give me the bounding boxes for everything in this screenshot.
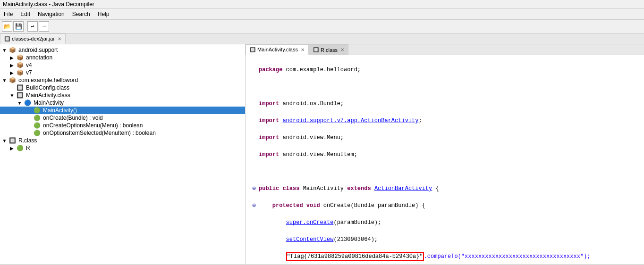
gutter	[249, 235, 259, 244]
code-tab-close[interactable]: ✕	[340, 47, 344, 52]
tree-label: v4	[26, 62, 32, 68]
toolbar-forward[interactable]: →	[39, 21, 49, 32]
gutter	[249, 252, 259, 261]
left-panel-tree: ▼ 📦 android.support ▶ 📦 annotation ▶ 📦 v…	[0, 44, 246, 264]
menu-edit[interactable]: Edit	[17, 10, 34, 18]
tree-label: MainActivity.class	[26, 92, 70, 99]
code-tab-label: MainActivity.class	[257, 47, 298, 52]
folder-icon: 📦	[17, 62, 24, 68]
tree-item-constructor[interactable]: 🟢 MainActivity()	[0, 107, 245, 114]
code-content: "flag{7631a988259a00816deda84a-b29430a}"…	[259, 252, 640, 261]
class-icon: 🔲	[17, 92, 24, 99]
tree-toggle[interactable]: ▼	[17, 100, 22, 106]
title-bar: MainActivity.class - Java Decompiler	[0, 0, 644, 9]
toolbar-back[interactable]: ↩	[27, 21, 38, 32]
menu-file[interactable]: File	[0, 10, 17, 18]
gutter	[249, 150, 259, 159]
tree-item-r-class[interactable]: ▼ 🔲 R.class	[0, 137, 245, 144]
tree-item-mainactivity[interactable]: ▼ 🔵 MainActivity	[0, 99, 245, 107]
code-tab-mainactivity[interactable]: 🔲 MainActivity.class ✕	[246, 44, 309, 55]
code-line: import android.view.MenuItem;	[249, 150, 640, 159]
toolbar-save[interactable]: 💾	[13, 21, 24, 32]
tree-label: R	[26, 145, 30, 151]
code-line: setContentView(2130903064);	[249, 235, 640, 244]
code-tab-r[interactable]: 🔲 R.class ✕	[309, 44, 348, 55]
tree-label: v7	[26, 69, 32, 76]
tree-toggle	[26, 116, 32, 121]
tree-label: onOptionsItemSelected(MenuItem) : boolea…	[43, 130, 156, 136]
tree-label: onCreateOptionsMenu(Menu) : boolean	[43, 122, 143, 129]
class-link[interactable]: ActionBarActivity	[374, 185, 432, 192]
code-editor: package com.example.helloword; import an…	[246, 55, 644, 264]
main-tab-icon: 🔲	[4, 36, 10, 41]
code-line: ⊖ protected void onCreate(Bundle paramBu…	[249, 201, 640, 210]
tree-label: annotation	[26, 54, 52, 61]
tree-item-v4[interactable]: ▶ 📦 v4	[0, 61, 245, 69]
tree-toggle[interactable]: ▼	[1, 48, 7, 53]
package-keyword: package	[259, 66, 282, 73]
tree-item-annotation[interactable]: ▶ 📦 annotation	[0, 54, 245, 61]
collapse-button[interactable]: ⊖	[249, 184, 259, 193]
folder-icon: 📦	[9, 47, 16, 53]
tree-item-oncreate[interactable]: 🟢 onCreate(Bundle) : void	[0, 114, 245, 122]
code-content: setContentView(2130903064);	[259, 235, 640, 244]
main-tab-label: classes-dex2jar.jar	[12, 36, 55, 41]
tree-toggle[interactable]: ▼	[1, 138, 7, 143]
tree-item-r[interactable]: ▶ 🟢 R	[0, 144, 245, 152]
tree-toggle[interactable]: ▶	[9, 63, 15, 68]
code-line: import android.view.Menu;	[249, 133, 640, 142]
main-tab-close[interactable]: ✕	[58, 36, 61, 41]
tree-toggle[interactable]: ▶	[9, 70, 15, 75]
gutter	[249, 167, 259, 176]
code-tab-close[interactable]: ✕	[301, 47, 305, 52]
menu-search[interactable]: Search	[68, 10, 94, 18]
tree-label: android.support	[18, 47, 58, 53]
tree-toggle[interactable]: ▶	[9, 146, 15, 151]
folder-icon: 📦	[9, 77, 16, 83]
code-tab-bar: 🔲 MainActivity.class ✕ 🔲 R.class ✕	[246, 44, 644, 55]
tree-item-mainactivity-class[interactable]: ▼ 🔲 MainActivity.class	[0, 91, 245, 99]
collapse-button[interactable]: ⊖	[249, 201, 259, 210]
toolbar-open[interactable]: 📂	[2, 21, 12, 32]
code-content: import android.view.MenuItem;	[259, 150, 640, 159]
code-tab-icon: 🔲	[250, 47, 255, 52]
code-content	[259, 83, 640, 91]
method-icon: 🟢	[34, 122, 41, 129]
tree-item-buildconfig[interactable]: 🔲 BuildConfig.class	[0, 84, 245, 91]
tree-label: R.class	[18, 137, 37, 144]
setcontentview-link[interactable]: setContentView	[286, 236, 334, 243]
gutter	[249, 99, 259, 108]
tree-toggle	[9, 85, 15, 91]
class-icon: 🔲	[9, 137, 16, 144]
tree-item-com-example[interactable]: ▼ 📦 com.example.helloword	[0, 76, 245, 84]
tree-toggle[interactable]: ▼	[9, 93, 15, 98]
method-icon: 🟢	[34, 107, 41, 114]
code-line: package com.example.helloword;	[249, 66, 640, 74]
code-content: protected void onCreate(Bundle paramBund…	[259, 201, 640, 210]
tree-item-v7[interactable]: ▶ 📦 v7	[0, 69, 245, 76]
tree-item-android-support[interactable]: ▼ 📦 android.support	[0, 46, 245, 54]
tree-toggle	[26, 123, 32, 128]
flag-string: "flag{7631a988259a00816deda84a-b29430a}"	[286, 252, 424, 261]
super-link[interactable]: super.onCreate	[286, 219, 334, 226]
import-link[interactable]: android.support.v7.app.ActionBarActivity	[282, 117, 418, 124]
tree-item-onoptionsitemselected[interactable]: 🟢 onOptionsItemSelected(MenuItem) : bool…	[0, 129, 245, 137]
tree-label: onCreate(Bundle) : void	[43, 115, 103, 121]
title-text: MainActivity.class - Java Decompiler	[3, 1, 94, 8]
tree-item-oncreateoptionsmenu[interactable]: 🟢 onCreateOptionsMenu(Menu) : boolean	[0, 122, 245, 129]
menu-help[interactable]: Help	[94, 10, 113, 18]
code-line: super.onCreate(paramBundle);	[249, 218, 640, 227]
tree-toggle[interactable]: ▼	[1, 78, 7, 83]
right-panel-code: 🔲 MainActivity.class ✕ 🔲 R.class ✕ packa…	[246, 44, 644, 264]
code-tab-label: R.class	[321, 47, 338, 53]
tree-label: com.example.helloword	[18, 77, 78, 83]
tree-label: BuildConfig.class	[26, 84, 69, 91]
code-line: import android.os.Bundle;	[249, 99, 640, 108]
method-icon: 🟢	[34, 130, 41, 136]
tree-toggle[interactable]: ▶	[9, 55, 15, 60]
main-tab[interactable]: 🔲 classes-dex2jar.jar ✕	[0, 33, 66, 44]
gutter	[249, 66, 259, 74]
toolbar: 📂 💾 ↩ →	[0, 20, 644, 33]
tree-toggle	[26, 108, 32, 113]
menu-navigation[interactable]: Navigation	[34, 10, 68, 18]
